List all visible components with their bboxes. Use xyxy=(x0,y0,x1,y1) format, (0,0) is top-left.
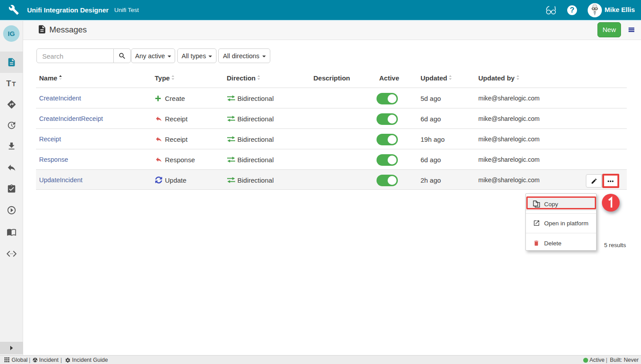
svg-text:T: T xyxy=(6,79,11,88)
svg-text:T: T xyxy=(12,80,16,88)
